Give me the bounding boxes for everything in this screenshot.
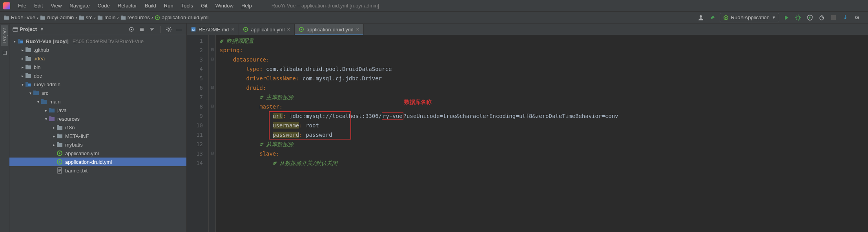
stop-button[interactable] [829,13,838,22]
structure-toolwindow-tab[interactable] [2,47,8,58]
menu-navigate[interactable]: Navigate [66,3,93,9]
window-title: RuoYi-Vue – application-druid.yml [ruoyi… [256,3,866,9]
breadcrumb-item[interactable]: main [96,14,117,20]
tree-item[interactable]: ▸i18n [9,123,186,132]
project-tree[interactable]: ▾RuoYi-Vue [ruoyi]E:\05 Code\RMDVS\RuoYi… [9,35,186,232]
tree-item[interactable]: ▸doc [9,71,186,80]
breadcrumb-item[interactable]: RuoYi-Vue [2,14,37,20]
settings-gear-icon[interactable] [164,25,173,34]
profiler-button[interactable] [817,13,826,22]
code-editor[interactable]: 1234567891011121314 ⊟⊟⊟⊟⊟ # 数据源配置spring:… [187,35,868,232]
tree-item[interactable]: ▸bin [9,63,186,71]
svg-rect-24 [18,39,20,40]
svg-rect-2 [40,16,45,20]
svg-point-22 [168,28,170,30]
tree-item[interactable]: application-druid.yml [9,158,186,166]
tree-item-icon [57,124,63,130]
run-button[interactable] [782,13,791,22]
git-update-button[interactable] [841,13,850,22]
build-hammer-icon[interactable] [708,13,717,22]
chevron-down-icon[interactable]: ▼ [40,27,44,31]
tree-item-label: application-druid.yml [65,159,112,165]
collapse-all-button[interactable] [148,25,156,34]
close-tab-icon[interactable]: ✕ [231,27,235,32]
tree-item-label: mybatis [65,142,83,148]
menu-edit[interactable]: Edit [30,3,47,9]
svg-rect-3 [40,15,42,16]
svg-point-12 [700,15,702,18]
tree-item[interactable]: ▾ruoyi-admin [9,80,186,89]
svg-text:M: M [192,29,195,31]
tree-item[interactable]: ▸.github [9,45,186,54]
tree-item[interactable]: ▾src [9,89,186,97]
left-toolstrip: Project [0,24,9,232]
tree-item[interactable]: ▸.idea [9,54,186,63]
svg-rect-41 [49,109,55,112]
editor-area: MREADME.md✕application.yml✕application-d… [187,24,868,232]
breadcrumb-item[interactable]: src [77,14,94,20]
menu-run[interactable]: Run [160,3,177,9]
tree-item-label: .idea [34,56,45,62]
tree-item-label: main [49,99,60,105]
breadcrumb-item[interactable]: resources [119,14,151,20]
tree-item-icon [57,150,63,156]
tree-item[interactable]: application.yml [9,149,186,158]
menu-file[interactable]: File [14,3,30,9]
tree-item-label: i18n [65,125,75,130]
svg-rect-46 [57,125,59,126]
fold-gutter[interactable]: ⊟⊟⊟⊟⊟ [209,35,216,232]
editor-tabs: MREADME.md✕application.yml✕application-d… [187,24,868,35]
breadcrumb-item[interactable]: application-druid.yml [153,14,210,20]
breadcrumb[interactable]: RuoYi-Vue›ruoyi-admin›src›main›resources… [2,14,210,20]
svg-rect-40 [41,99,44,100]
menu-build[interactable]: Build [141,3,160,9]
tree-item[interactable]: ▾resources [9,114,186,123]
debug-button[interactable] [793,13,803,22]
svg-rect-26 [26,48,31,52]
tree-item[interactable]: ▸META-INF [9,132,186,140]
close-tab-icon[interactable]: ✕ [287,27,290,32]
line-number-gutter[interactable]: 1234567891011121314 [187,35,209,232]
editor-tab[interactable]: application.yml✕ [239,24,295,35]
menu-window[interactable]: Window [212,3,237,9]
tree-item[interactable]: ▾main [9,97,186,106]
tree-item[interactable]: banner.txt [9,166,186,175]
svg-rect-45 [57,126,62,130]
tree-item-label: application.yml [65,150,99,156]
code-content[interactable]: # 数据源配置spring: datasource: type: com.ali… [216,35,868,232]
tree-item-label: doc [34,73,42,79]
run-configuration-selector[interactable]: RuoYiApplication ▼ [720,13,779,22]
svg-rect-42 [49,108,51,109]
tree-item-label: java [57,107,67,113]
tree-item[interactable]: ▸mybatis [9,140,186,149]
tree-item-label: bin [34,64,40,70]
menu-view[interactable]: View [47,3,66,9]
editor-tab[interactable]: application-druid.yml✕ [295,24,363,35]
svg-rect-38 [33,91,36,92]
search-everywhere-button[interactable]: G [852,13,862,22]
menu-git[interactable]: Git [197,3,212,9]
user-icon[interactable] [696,13,706,22]
coverage-button[interactable] [805,13,815,22]
project-toolwindow-tab[interactable]: Project [1,25,8,46]
svg-rect-7 [98,15,100,16]
tree-item-icon [57,141,63,148]
menu-code[interactable]: Code [94,3,114,9]
svg-rect-43 [49,117,55,121]
svg-rect-35 [26,82,28,83]
menu-refactor[interactable]: Refactor [114,3,141,9]
breadcrumb-item[interactable]: ruoyi-admin [38,14,75,20]
project-panel-title[interactable]: Project [20,26,37,32]
svg-point-54 [59,161,60,163]
hide-panel-button[interactable]: — [175,25,183,34]
tree-item[interactable]: ▸java [9,106,186,114]
tree-root[interactable]: ▾RuoYi-Vue [ruoyi]E:\05 Code\RMDVS\RuoYi… [9,37,186,45]
menu-tools[interactable]: Tools [177,3,197,9]
editor-tab-label: application.yml [251,27,284,33]
tree-item-label: resources [57,116,80,122]
expand-all-button[interactable] [137,25,146,34]
select-opened-file-button[interactable] [127,25,136,34]
menu-help[interactable]: Help [237,3,256,9]
close-tab-icon[interactable]: ✕ [356,27,359,32]
editor-tab[interactable]: MREADME.md✕ [187,24,239,35]
